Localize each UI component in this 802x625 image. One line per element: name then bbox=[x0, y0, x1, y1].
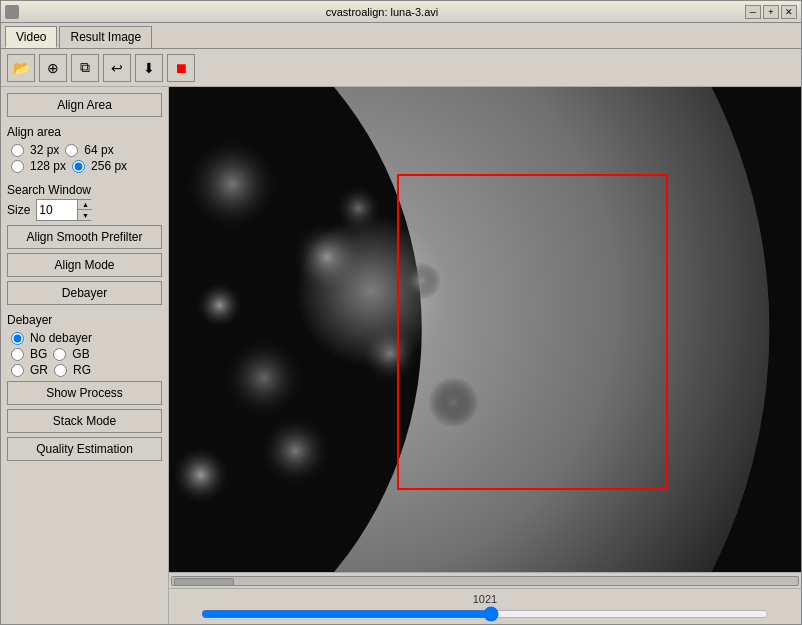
tabs-bar: Video Result Image bbox=[1, 23, 801, 49]
radio-row-128-256: 128 px 256 px bbox=[11, 159, 162, 173]
align-mode-button[interactable]: Align Mode bbox=[7, 253, 162, 277]
horizontal-scrollbar[interactable] bbox=[169, 572, 801, 588]
label-gr: GR bbox=[30, 363, 48, 377]
radio-bg[interactable] bbox=[11, 348, 24, 361]
label-rg: RG bbox=[73, 363, 91, 377]
close-button[interactable]: ✕ bbox=[781, 5, 797, 19]
image-area[interactable] bbox=[169, 87, 801, 572]
maximize-button[interactable]: + bbox=[763, 5, 779, 19]
radio-64px[interactable] bbox=[65, 144, 78, 157]
label-32px: 32 px bbox=[30, 143, 59, 157]
size-row: Size ▲ ▼ bbox=[7, 199, 162, 221]
undo-icon: ↩ bbox=[111, 60, 123, 76]
radio-row-bg-gb: BG GB bbox=[11, 347, 162, 361]
label-256px: 256 px bbox=[91, 159, 127, 173]
scrollbar-track-h[interactable] bbox=[171, 576, 799, 586]
frame-range-input[interactable] bbox=[201, 606, 770, 622]
undo-button[interactable]: ↩ bbox=[103, 54, 131, 82]
align-smooth-prefilter-button[interactable]: Align Smooth Prefilter bbox=[7, 225, 162, 249]
moon-image-canvas bbox=[169, 87, 801, 572]
spinbox-up-arrow[interactable]: ▲ bbox=[78, 200, 92, 210]
copy-button[interactable]: ⧉ bbox=[71, 54, 99, 82]
label-gb: GB bbox=[72, 347, 89, 361]
title-bar: cvastroalign: luna-3.avi ─ + ✕ bbox=[1, 1, 801, 23]
copy-icon: ⧉ bbox=[80, 59, 90, 76]
left-panel: Align Area Align area 32 px 64 px 128 px… bbox=[1, 87, 169, 624]
crosshair-button[interactable]: ⊕ bbox=[39, 54, 67, 82]
frame-slider[interactable] bbox=[201, 607, 770, 621]
stack-mode-button[interactable]: Stack Mode bbox=[7, 409, 162, 433]
label-no-debayer: No debayer bbox=[30, 331, 92, 345]
window-title: cvastroalign: luna-3.avi bbox=[19, 6, 745, 18]
minimize-button[interactable]: ─ bbox=[745, 5, 761, 19]
show-process-button[interactable]: Show Process bbox=[7, 381, 162, 405]
download-button[interactable]: ⬇ bbox=[135, 54, 163, 82]
crosshair-icon: ⊕ bbox=[47, 60, 59, 76]
main-window: cvastroalign: luna-3.avi ─ + ✕ Video Res… bbox=[0, 0, 802, 625]
size-label: Size bbox=[7, 203, 30, 217]
debayer-radio-group: No debayer BG GB GR RG bbox=[7, 331, 162, 377]
title-bar-left bbox=[5, 5, 19, 19]
radio-256px[interactable] bbox=[72, 160, 85, 173]
debayer-label: Debayer bbox=[7, 313, 162, 327]
download-icon: ⬇ bbox=[143, 60, 155, 76]
search-window-section: Search Window Size ▲ ▼ bbox=[7, 179, 162, 221]
search-window-label: Search Window bbox=[7, 183, 162, 197]
size-spinbox: ▲ ▼ bbox=[36, 199, 91, 221]
radio-row-32-64: 32 px 64 px bbox=[11, 143, 162, 157]
right-panel: 1021 bbox=[169, 87, 801, 624]
align-area-button[interactable]: Align Area bbox=[7, 93, 162, 117]
stop-icon: ⏹ bbox=[174, 60, 188, 76]
scrollbar-thumb-h[interactable] bbox=[174, 578, 234, 586]
toolbar: 📂 ⊕ ⧉ ↩ ⬇ ⏹ bbox=[1, 49, 801, 87]
bottom-bar: 1021 bbox=[169, 588, 801, 624]
debayer-button[interactable]: Debayer bbox=[7, 281, 162, 305]
radio-rg[interactable] bbox=[54, 364, 67, 377]
align-area-radio-group: 32 px 64 px 128 px 256 px bbox=[7, 143, 162, 173]
radio-row-gr-rg: GR RG bbox=[11, 363, 162, 377]
radio-no-debayer[interactable] bbox=[11, 332, 24, 345]
size-input[interactable] bbox=[37, 203, 77, 217]
window-controls: ─ + ✕ bbox=[745, 5, 797, 19]
label-128px: 128 px bbox=[30, 159, 66, 173]
label-bg: BG bbox=[30, 347, 47, 361]
quality-estimation-button[interactable]: Quality Estimation bbox=[7, 437, 162, 461]
radio-32px[interactable] bbox=[11, 144, 24, 157]
stop-button[interactable]: ⏹ bbox=[167, 54, 195, 82]
radio-row-nodebayer: No debayer bbox=[11, 331, 162, 345]
tab-result-image[interactable]: Result Image bbox=[59, 26, 152, 48]
spinbox-down-arrow[interactable]: ▼ bbox=[78, 210, 92, 220]
frame-number: 1021 bbox=[473, 593, 497, 605]
open-button[interactable]: 📂 bbox=[7, 54, 35, 82]
radio-128px[interactable] bbox=[11, 160, 24, 173]
open-icon: 📂 bbox=[13, 60, 30, 76]
align-area-label: Align area bbox=[7, 125, 162, 139]
tab-video[interactable]: Video bbox=[5, 26, 57, 48]
main-content: Align Area Align area 32 px 64 px 128 px… bbox=[1, 87, 801, 624]
radio-gb[interactable] bbox=[53, 348, 66, 361]
radio-gr[interactable] bbox=[11, 364, 24, 377]
label-64px: 64 px bbox=[84, 143, 113, 157]
app-icon bbox=[5, 5, 19, 19]
